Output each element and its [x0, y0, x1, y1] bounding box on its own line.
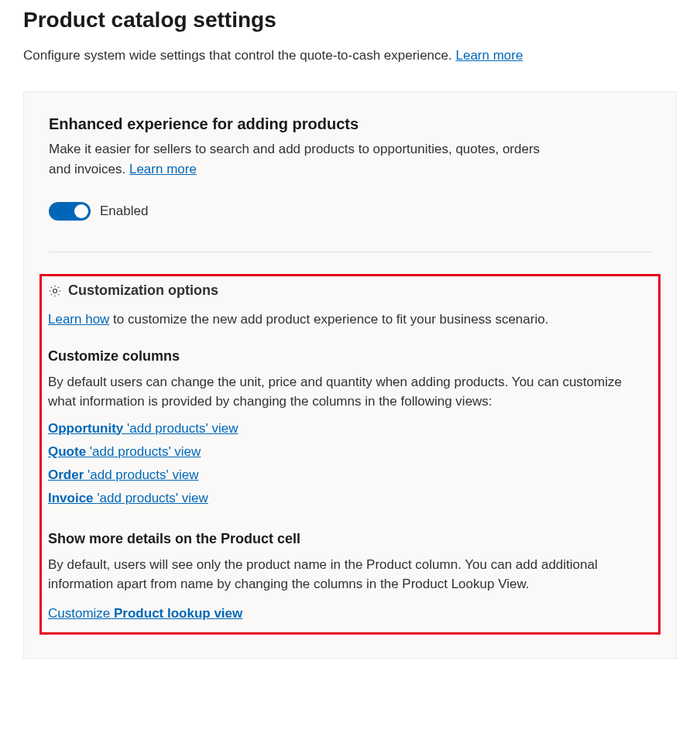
details-heading: Show more details on the Product cell — [48, 531, 652, 547]
details-desc: By default, users will see only the prod… — [48, 555, 652, 594]
list-item: Quote 'add products' view — [48, 444, 652, 460]
svg-point-0 — [53, 289, 57, 293]
link-entity: Invoice — [48, 491, 97, 505]
enabled-toggle[interactable] — [49, 202, 91, 221]
lookup-link-prefix: Customize — [48, 606, 114, 621]
card-description: Make it easier for sellers to search and… — [49, 139, 552, 179]
link-rest: 'add products' view — [97, 491, 208, 505]
link-rest: 'add products' view — [88, 467, 199, 482]
page-subtitle: Configure system wide settings that cont… — [23, 48, 677, 63]
order-view-link[interactable]: Order 'add products' view — [48, 467, 199, 482]
link-entity: Opportunity — [48, 421, 127, 436]
gear-icon — [48, 284, 62, 298]
toggle-row: Enabled — [49, 202, 651, 221]
view-links-list: Opportunity 'add products' view Quote 'a… — [48, 421, 652, 506]
lookup-link-row: Customize Product lookup view — [48, 604, 652, 624]
customization-highlight: Customization options Learn how to custo… — [39, 274, 661, 635]
list-item: Invoice 'add products' view — [48, 491, 652, 506]
invoice-view-link[interactable]: Invoice 'add products' view — [48, 491, 208, 505]
card-desc-text: Make it easier for sellers to search and… — [49, 142, 540, 176]
card-learn-more-link[interactable]: Learn more — [129, 162, 197, 176]
customize-columns-heading: Customize columns — [48, 348, 652, 365]
customize-lookup-view-link[interactable]: Customize Product lookup view — [48, 606, 242, 621]
opportunity-view-link[interactable]: Opportunity 'add products' view — [48, 421, 238, 436]
lookup-link-bold: Product lookup view — [114, 606, 242, 621]
settings-card: Enhanced experience for adding products … — [23, 91, 677, 659]
customize-columns-desc: By default users can change the unit, pr… — [48, 372, 652, 412]
customization-heading: Customization options — [68, 282, 218, 299]
link-rest: 'add products' view — [127, 421, 238, 436]
card-heading: Enhanced experience for adding products — [49, 115, 651, 133]
customization-heading-row: Customization options — [48, 282, 652, 299]
toggle-label: Enabled — [100, 204, 148, 219]
page-subtitle-text: Configure system wide settings that cont… — [23, 48, 455, 63]
learn-how-link[interactable]: Learn how — [48, 312, 109, 327]
divider — [49, 252, 651, 252]
customization-intro-rest: to customize the new add product experie… — [109, 312, 548, 327]
link-entity: Order — [48, 467, 88, 482]
link-rest: 'add products' view — [90, 444, 201, 459]
page-title: Product catalog settings — [23, 8, 677, 33]
list-item: Order 'add products' view — [48, 467, 652, 483]
learn-more-link[interactable]: Learn more — [455, 48, 523, 63]
customization-intro: Learn how to customize the new add produ… — [48, 310, 652, 330]
list-item: Opportunity 'add products' view — [48, 421, 652, 436]
quote-view-link[interactable]: Quote 'add products' view — [48, 444, 201, 459]
link-entity: Quote — [48, 444, 90, 459]
